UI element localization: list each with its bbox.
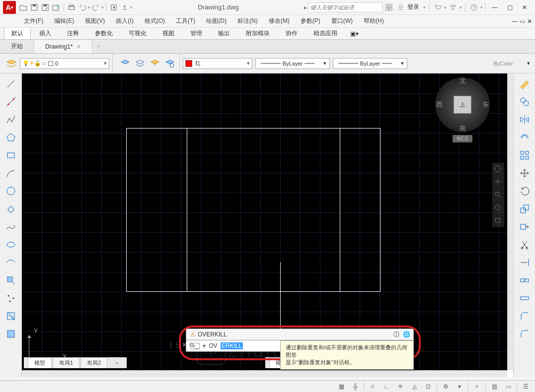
search-input[interactable] [308,2,382,12]
doc-close-icon[interactable]: ✕ [527,18,532,25]
insert-block-tool[interactable] [3,273,18,288]
new-tab-button[interactable]: ＋ [92,41,104,53]
stretch-tool[interactable] [517,219,532,234]
save-icon[interactable] [29,2,40,13]
ellipse-tool[interactable] [3,237,18,252]
menu-modify[interactable]: 修改(M) [264,15,295,27]
isodraft-toggle[interactable]: ◬ [409,382,420,392]
share-icon[interactable] [108,2,119,13]
rectangle-tool[interactable] [3,148,18,163]
horizontal-scrollbar[interactable] [22,370,507,377]
vertical-scrollbar[interactable] [507,73,513,370]
minimize-button[interactable]: — [487,1,502,13]
globe-icon[interactable]: 🌐 [403,331,410,338]
break-tool[interactable] [517,273,532,288]
cmd-close-icon[interactable]: ✕ [182,341,187,348]
command-line[interactable]: ⋮⋮ ✕ ⚙ ⚠ OVERKILL ⓘ 🌐 >_ ▾ OVERKILL 通过删除… [186,328,414,357]
open-icon[interactable] [18,2,29,13]
cmd-config-icon[interactable]: ⚙ [189,341,194,348]
gradient-tool[interactable] [3,327,18,341]
scale-tool[interactable] [517,201,532,216]
plot-icon[interactable] [66,2,77,13]
ribbon-tab-annotate[interactable]: 注释 [60,27,86,39]
ribbon-tab-insert[interactable]: 插入 [32,27,59,39]
color-selector[interactable]: 红 ▾ [183,58,252,69]
mirror-tool[interactable] [517,112,532,127]
ribbon-tab-collab[interactable]: 协作 [278,27,305,39]
layer-states-icon[interactable] [119,57,132,70]
move-tool[interactable] [517,166,532,181]
menu-insert[interactable]: 插入(I) [111,15,138,27]
array-tool[interactable] [517,148,532,163]
menu-file[interactable]: 文件(F) [19,15,48,27]
line-tool[interactable] [3,76,18,91]
grid-toggle[interactable]: ╬ [350,382,361,392]
saveas-icon[interactable] [40,2,51,13]
cmd-drag-handle-icon[interactable]: ⋮⋮ [168,341,180,348]
user-icon[interactable] [395,2,406,13]
maximize-button[interactable]: ▢ [502,1,517,13]
revision-cloud-tool[interactable] [3,201,18,216]
erase-tool[interactable] [517,76,532,91]
tab-layout2[interactable]: 布局2 [80,357,107,368]
layer-match-icon[interactable] [163,57,176,70]
isolate-objects-icon[interactable]: ＋ [471,382,482,392]
linetype-selector[interactable]: ByLayer ▾ [255,58,330,69]
menu-help[interactable]: 帮助(H) [359,15,389,27]
menu-format[interactable]: 格式(O) [140,15,170,27]
doc-tab-drawing1[interactable]: Drawing1* × [34,40,92,53]
history-dropdown-icon[interactable]: ▾ [203,342,206,349]
menu-dimension[interactable]: 标注(N) [232,15,263,27]
save-cloud-icon[interactable] [51,2,62,13]
doc-tab-start[interactable]: 开始 [0,40,34,53]
view-cube[interactable]: 北 南 东 西 上 WCS [433,77,492,152]
close-tab-icon[interactable]: × [76,43,80,51]
redo-icon[interactable] [90,2,101,13]
ribbon-tab-visualize[interactable]: 可视化 [121,27,154,39]
doc-minimize-icon[interactable]: — [512,18,518,25]
menu-parametric[interactable]: 参数(P) [296,15,325,27]
pan-icon[interactable] [494,178,503,187]
annotation-scale-icon[interactable]: ⚙ [440,382,451,392]
tab-model[interactable]: 模型 [28,357,52,368]
hardware-accel-icon[interactable]: ▥ [489,382,500,392]
extend-tool[interactable] [517,255,532,270]
app-logo[interactable]: A▾ [3,1,16,14]
ribbon-tab-featured[interactable]: 精选应用 [306,27,345,39]
ribbon-tab-parametric[interactable]: 参数化 [87,27,120,39]
layer-iso-icon[interactable] [134,57,147,70]
close-button[interactable]: ✕ [517,1,532,13]
trim-tool[interactable] [517,237,532,252]
layer-manager-icon[interactable] [5,57,18,70]
search-play-icon[interactable]: ▸ [304,4,307,11]
undo-icon[interactable] [77,2,88,13]
circle-tool[interactable] [3,184,18,198]
doc-restore-icon[interactable]: ▭ [520,18,525,25]
cart-icon[interactable] [432,2,443,13]
search-grid-icon[interactable] [383,2,394,13]
polyline-tool[interactable] [3,112,18,127]
fillet-tool[interactable] [517,327,532,341]
ribbon-toggle-icon[interactable]: ▣▾ [346,28,363,39]
chamfer-tool[interactable] [517,309,532,324]
menu-edit[interactable]: 编辑(E) [49,15,79,27]
clean-screen-icon[interactable]: ▭ [503,382,514,392]
menu-window[interactable]: 窗口(W) [326,15,358,27]
rotate-tool[interactable] [517,184,532,198]
snap-toggle[interactable]: ⊹ [367,382,378,392]
plotstyle-selector[interactable]: ByColor ▾ [473,58,533,69]
arc-tool[interactable] [3,166,18,181]
construction-line-tool[interactable] [3,94,18,109]
export-icon[interactable] [119,2,130,13]
spline-tool[interactable] [3,219,18,234]
polygon-tool[interactable] [3,130,18,145]
full-nav-wheel-icon[interactable] [494,165,503,174]
ribbon-tab-view[interactable]: 视图 [155,27,182,39]
menu-draw[interactable]: 绘图(D) [201,15,231,27]
osnap-toggle[interactable]: ⊡ [423,382,434,392]
wcs-label[interactable]: WCS [453,135,472,142]
menu-tools[interactable]: 工具(T) [171,15,200,27]
layer-prev-icon[interactable] [149,57,161,70]
navigation-bar[interactable] [492,163,504,227]
drawing-viewport[interactable]: X Y 北 南 东 西 上 WCS 帀 [22,73,513,377]
